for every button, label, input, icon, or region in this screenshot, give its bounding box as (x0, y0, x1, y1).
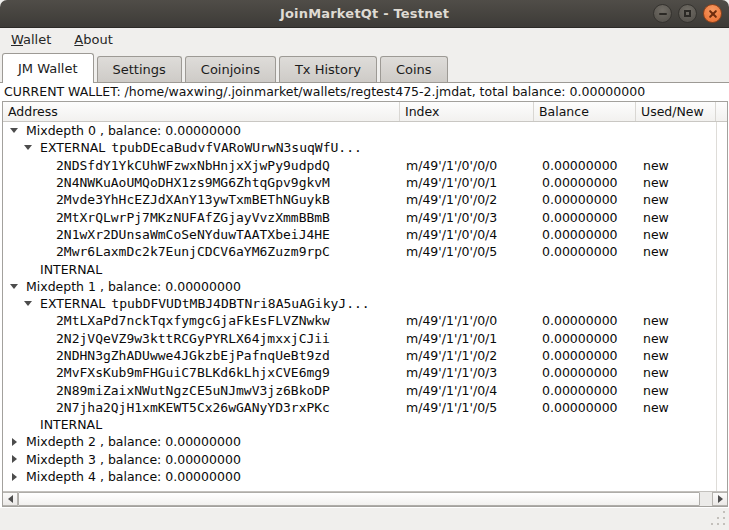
horizontal-scrollbar[interactable] (3, 491, 727, 506)
address-text: 2Mwr6LaxmDc2k7EunjCDCV6aYM6Zuzm9rpC (56, 244, 330, 259)
tree-row[interactable]: Mixdepth 0 , balance: 0.00000000 (3, 122, 727, 139)
tree-row[interactable]: INTERNAL (3, 416, 727, 433)
expanded-arrow-icon[interactable] (10, 284, 18, 289)
resize-grip-icon[interactable] (711, 510, 727, 526)
tree-row[interactable]: Mixdepth 4 , balance: 0.00000000 (3, 468, 727, 485)
address-text: 2N1wXr2DUnsaWmCoSeNYduwTAATXbeiJ4HE (56, 227, 330, 242)
scrollbar-thumb[interactable] (18, 492, 700, 506)
address-text: 2NDHN3gZhADUwwe4JGkzbEjPafnqUeBt9zd (56, 348, 330, 363)
address-cell: 2NDSfdY1YkCUhWFzwxNbHnjxXjwPy9udpdQ (3, 158, 400, 173)
tree-row[interactable]: EXTERNALtpubDFVUDtMBJ4DBTNri8A5uAGikyJ..… (3, 295, 727, 312)
tree-row[interactable]: Mixdepth 1 , balance: 0.00000000 (3, 278, 727, 295)
tree-row[interactable]: 2NDSfdY1YkCUhWFzwxNbHnjxXjwPy9udpdQm/49'… (3, 157, 727, 174)
index-cell: m/49'/1'/1'/0/3 (400, 365, 534, 380)
collapsed-arrow-icon[interactable] (12, 455, 17, 463)
column-header-index[interactable]: Index (400, 102, 534, 121)
address-text: 2N4NWKuAoUMQoDHX1zs9MG6ZhtqGpv9gkvM (56, 175, 330, 190)
balance-cell: 0.00000000 (534, 210, 636, 225)
menu-wallet[interactable]: Wallet (9, 31, 53, 48)
collapsed-arrow-icon[interactable] (12, 438, 17, 446)
scroll-left-button[interactable] (3, 492, 18, 506)
tree-header: Address Index Balance Used/New (3, 102, 727, 122)
titlebar[interactable]: JoinMarketQt - Testnet (0, 0, 729, 28)
address-cell: INTERNAL (3, 262, 400, 277)
branch-xpub: tpubDEcaBudvfVARoWUrwN3suqWfU... (111, 140, 361, 155)
minimize-button[interactable] (653, 4, 672, 23)
address-cell: 2MtLXaPd7nckTqxfymgcGjaFkEsFLVZNwkw (3, 313, 400, 328)
used-new-cell: new (636, 175, 669, 190)
tree-row[interactable]: 2Mwr6LaxmDc2k7EunjCDCV6aYM6Zuzm9rpCm/49'… (3, 243, 727, 260)
scroll-right-button[interactable] (712, 492, 727, 506)
close-button[interactable] (703, 4, 722, 23)
tab-bar: JM Wallet Settings Coinjoins Tx History … (0, 51, 729, 82)
used-new-cell: new (636, 313, 669, 328)
tree-row[interactable]: 2MtLXaPd7nckTqxfymgcGjaFkEsFLVZNwkwm/49'… (3, 312, 727, 329)
menubar: Wallet About (0, 28, 729, 51)
tree-row[interactable]: 2MtXrQLwrPj7MKzNUFAfZGjayVvzXmmBBmBm/49'… (3, 208, 727, 225)
address-cell: Mixdepth 1 , balance: 0.00000000 (3, 279, 400, 294)
index-cell: m/49'/1'/1'/0/5 (400, 400, 534, 415)
expanded-arrow-icon[interactable] (24, 301, 32, 306)
menu-wallet-rest: allet (23, 32, 51, 47)
mixdepth-label: Mixdepth 0 , balance: 0.00000000 (26, 123, 241, 138)
branch-xpub: tpubDFVUDtMBJ4DBTNri8A5uAGikyJ... (111, 296, 369, 311)
maximize-button[interactable] (678, 4, 697, 23)
address-cell: 2N1wXr2DUnsaWmCoSeNYduwTAATXbeiJ4HE (3, 227, 400, 242)
tree-row[interactable]: 2N89miZaixNWutNgzCE5uNJmwV3jz6BkoDPm/49'… (3, 381, 727, 398)
index-cell: m/49'/1'/0'/0/3 (400, 210, 534, 225)
balance-cell: 0.00000000 (534, 348, 636, 363)
tree-row[interactable]: 2MvFXsKub9mFHGuiC7BLKd6kLhjxCVE6mg9m/49'… (3, 364, 727, 381)
tree-row[interactable]: 2N7jha2QjH1xmKEWT5Cx26wGANyYD3rxPKcm/49'… (3, 399, 727, 416)
tab-jm-wallet[interactable]: JM Wallet (2, 53, 94, 83)
tab-tx-history[interactable]: Tx History (279, 56, 377, 82)
used-new-cell: new (636, 331, 669, 346)
tree-right-gutter (716, 122, 727, 491)
branch-label: EXTERNAL (40, 296, 105, 311)
column-header-used-new[interactable]: Used/New (636, 102, 716, 121)
tree-row[interactable]: Mixdepth 2 , balance: 0.00000000 (3, 433, 727, 450)
tree-row[interactable]: 2Mvde3YhHcEZJdXAnY13ywTxmBEThNGuykBm/49'… (3, 191, 727, 208)
address-text: 2MvFXsKub9mFHGuiC7BLKd6kLhjxCVE6mg9 (56, 365, 330, 380)
window-title: JoinMarketQt - Testnet (280, 6, 449, 21)
tree-row[interactable]: EXTERNALtpubDEcaBudvfVARoWUrwN3suqWfU... (3, 139, 727, 156)
tree-row[interactable]: Mixdepth 3 , balance: 0.00000000 (3, 451, 727, 468)
address-cell: 2MvFXsKub9mFHGuiC7BLKd6kLhjxCVE6mg9 (3, 365, 400, 380)
maximize-icon (684, 10, 691, 17)
tab-coins[interactable]: Coins (380, 56, 448, 82)
expanded-arrow-icon[interactable] (24, 145, 32, 150)
tree-row[interactable]: INTERNAL (3, 260, 727, 277)
address-cell: Mixdepth 2 , balance: 0.00000000 (3, 434, 400, 449)
mixdepth-label: Mixdepth 3 , balance: 0.00000000 (26, 452, 241, 467)
balance-cell: 0.00000000 (534, 192, 636, 207)
wallet-tree: Address Index Balance Used/New Mixdepth … (2, 101, 728, 507)
address-cell: EXTERNALtpubDFVUDtMBJ4DBTNri8A5uAGikyJ..… (3, 296, 400, 311)
address-cell: 2N7jha2QjH1xmKEWT5Cx26wGANyYD3rxPKc (3, 400, 400, 415)
address-cell: 2NDHN3gZhADUwwe4JGkzbEjPafnqUeBt9zd (3, 348, 400, 363)
address-cell: 2N2jVQeVZ9w3kttRCGyPYRLX64jmxxjCJii (3, 331, 400, 346)
address-cell: 2Mwr6LaxmDc2k7EunjCDCV6aYM6Zuzm9rpC (3, 244, 400, 259)
wallet-tab-pane: CURRENT WALLET: /home/waxwing/.joinmarke… (0, 82, 729, 508)
menu-about[interactable]: About (72, 31, 114, 48)
window-controls (653, 4, 722, 23)
address-cell: Mixdepth 4 , balance: 0.00000000 (3, 469, 400, 484)
tree-row[interactable]: 2N2jVQeVZ9w3kttRCGyPYRLX64jmxxjCJiim/49'… (3, 330, 727, 347)
collapsed-arrow-icon[interactable] (12, 473, 17, 481)
address-cell: Mixdepth 0 , balance: 0.00000000 (3, 123, 400, 138)
used-new-cell: new (636, 348, 669, 363)
tab-settings[interactable]: Settings (97, 56, 182, 82)
mixdepth-label: Mixdepth 1 , balance: 0.00000000 (26, 279, 241, 294)
tree-row[interactable]: 2N4NWKuAoUMQoDHX1zs9MG6ZhtqGpv9gkvMm/49'… (3, 174, 727, 191)
tree-row[interactable]: 2NDHN3gZhADUwwe4JGkzbEjPafnqUeBt9zdm/49'… (3, 347, 727, 364)
tree-row[interactable]: 2N1wXr2DUnsaWmCoSeNYduwTAATXbeiJ4HEm/49'… (3, 226, 727, 243)
tab-coinjoins[interactable]: Coinjoins (185, 56, 276, 82)
scrollbar-track[interactable] (18, 492, 712, 506)
balance-cell: 0.00000000 (534, 331, 636, 346)
column-header-filler (716, 102, 727, 121)
mixdepth-label: Mixdepth 4 , balance: 0.00000000 (26, 469, 241, 484)
expanded-arrow-icon[interactable] (10, 128, 18, 133)
column-header-balance[interactable]: Balance (534, 102, 636, 121)
address-cell: 2Mvde3YhHcEZJdXAnY13ywTxmBEThNGuykB (3, 192, 400, 207)
column-header-address[interactable]: Address (3, 102, 400, 121)
address-cell: 2N4NWKuAoUMQoDHX1zs9MG6ZhtqGpv9gkvM (3, 175, 400, 190)
address-cell: 2N89miZaixNWutNgzCE5uNJmwV3jz6BkoDP (3, 383, 400, 398)
